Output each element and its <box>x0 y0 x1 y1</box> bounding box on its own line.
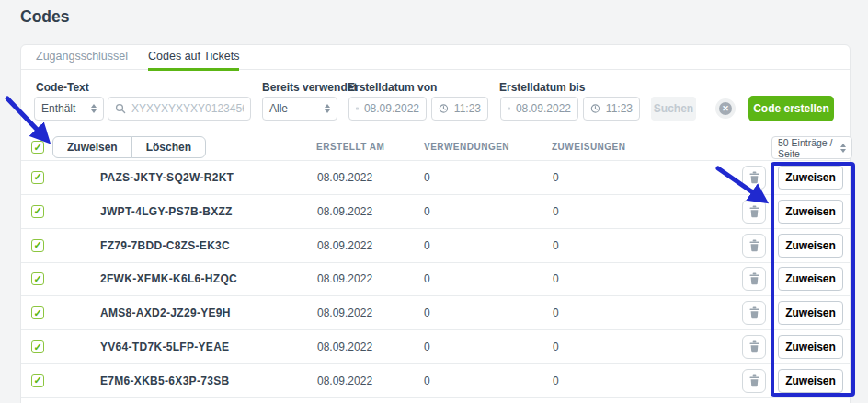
assign-row-button[interactable]: Zuweisen <box>778 234 843 258</box>
codes-admin-screen: Codes Zugangsschlüssel Codes auf Tickets… <box>0 0 868 403</box>
table-toolbar: ✓ Zuweisen Löschen ERSTELLT AM VERWENDUN… <box>21 132 850 161</box>
row-checkbox[interactable]: ✓ <box>31 340 44 353</box>
checkmark-icon: ✓ <box>33 143 41 153</box>
row-checkbox[interactable]: ✓ <box>31 239 44 252</box>
stepper-icon <box>91 104 97 113</box>
assignments-cell: 0 <box>553 272 559 285</box>
trash-icon <box>748 374 760 387</box>
codes-table-body: ✓ PAZS-JKTY-SQ2W-R2KT 08.09.2022 0 0 Zuw… <box>21 161 850 398</box>
checkmark-icon: ✓ <box>33 308 41 318</box>
usages-cell: 0 <box>424 272 430 285</box>
used-label: Bereits verwendet <box>262 81 357 94</box>
row-checkbox[interactable]: ✓ <box>31 205 44 218</box>
table-row: ✓ YV64-TD7K-5LFP-YEAE 08.09.2022 0 0 Zuw… <box>21 330 850 364</box>
stepper-icon <box>325 104 330 113</box>
bulk-assign-button[interactable]: Zuweisen <box>52 136 132 158</box>
delete-row-button[interactable] <box>742 200 766 224</box>
time-from-input[interactable]: 11:23 <box>431 97 488 121</box>
clear-icon: ✕ <box>719 102 732 115</box>
calendar-icon <box>356 103 359 114</box>
date-from-input[interactable]: 08.09.2022 <box>348 97 427 121</box>
match-mode-select[interactable]: Enthält <box>34 97 104 121</box>
trash-icon <box>748 239 760 252</box>
created-cell: 08.09.2022 <box>317 205 372 218</box>
date-from-value: 08.09.2022 <box>364 102 419 115</box>
row-checkbox[interactable]: ✓ <box>31 306 44 319</box>
table-row: ✓ FZ79-7BDD-C8ZS-EK3C 08.09.2022 0 0 Zuw… <box>21 229 850 263</box>
search-button[interactable]: Suchen <box>651 97 696 121</box>
tab-zugangsschluessel[interactable]: Zugangsschlüssel <box>36 50 128 69</box>
usages-cell: 0 <box>424 306 430 319</box>
delete-row-button[interactable] <box>742 301 766 325</box>
assignments-cell: 0 <box>553 306 559 319</box>
clock-icon <box>590 103 600 114</box>
delete-row-button[interactable] <box>742 335 766 359</box>
created-cell: 08.09.2022 <box>317 306 372 319</box>
stepper-icon <box>840 144 846 153</box>
usages-cell: 0 <box>424 340 430 353</box>
code-cell: PAZS-JKTY-SQ2W-R2KT <box>100 171 234 184</box>
code-cell: 2FWK-XFMK-K6L6-HZQC <box>100 272 237 285</box>
date-to-input[interactable]: 08.09.2022 <box>500 97 578 121</box>
assign-row-button[interactable]: Zuweisen <box>778 369 843 393</box>
codes-card: Zugangsschlüssel Codes auf Tickets Code-… <box>20 44 851 403</box>
bulk-actions: Zuweisen Löschen <box>52 136 206 158</box>
page-size-select[interactable]: 50 Einträge / Seite <box>771 136 852 159</box>
delete-row-button[interactable] <box>742 234 766 258</box>
created-cell: 08.09.2022 <box>317 239 372 252</box>
assign-row-button[interactable]: Zuweisen <box>778 200 843 224</box>
trash-icon <box>748 171 760 184</box>
usages-cell: 0 <box>424 239 430 252</box>
delete-row-button[interactable] <box>742 369 766 393</box>
search-icon <box>115 103 126 114</box>
column-header-usages: VERWENDUNGEN <box>424 142 509 152</box>
create-code-button[interactable]: Code erstellen <box>748 96 834 121</box>
clear-filters-button[interactable]: ✕ <box>715 98 736 119</box>
checkmark-icon: ✓ <box>33 274 41 284</box>
time-to-input[interactable]: 11:23 <box>583 97 640 121</box>
assign-row-button[interactable]: Zuweisen <box>778 166 843 190</box>
code-cell: AMS8-AXD2-JZ29-YE9H <box>100 306 231 319</box>
checkmark-icon: ✓ <box>33 172 41 182</box>
page-title: Codes <box>20 7 69 27</box>
table-row: ✓ 2FWK-XFMK-K6L6-HZQC 08.09.2022 0 0 Zuw… <box>21 263 850 297</box>
page-size-value: 50 Einträge / Seite <box>778 137 835 159</box>
code-cell: FZ79-7BDD-C8ZS-EK3C <box>100 239 230 252</box>
code-search-box <box>108 97 251 121</box>
row-checkbox[interactable]: ✓ <box>31 374 44 387</box>
created-cell: 08.09.2022 <box>317 340 372 353</box>
usages-cell: 0 <box>424 205 430 218</box>
code-cell: JWPT-4LGY-PS7B-BXZZ <box>100 205 233 218</box>
column-header-created: ERSTELLT AM <box>316 142 384 152</box>
delete-row-button[interactable] <box>742 166 766 190</box>
assign-row-button[interactable]: Zuweisen <box>778 335 843 359</box>
code-cell: E7M6-XKB5-6X3P-73SB <box>100 374 229 387</box>
assign-row-button[interactable]: Zuweisen <box>778 267 843 291</box>
created-cell: 08.09.2022 <box>317 171 372 184</box>
trash-icon <box>748 306 760 319</box>
select-all-checkbox[interactable]: ✓ <box>31 141 44 154</box>
row-checkbox[interactable]: ✓ <box>31 171 44 184</box>
table-row: ✓ PAZS-JKTY-SQ2W-R2KT 08.09.2022 0 0 Zuw… <box>21 161 850 195</box>
created-cell: 08.09.2022 <box>317 272 372 285</box>
bulk-delete-button[interactable]: Löschen <box>131 136 206 158</box>
time-to-value: 11:23 <box>606 102 633 115</box>
used-select[interactable]: Alle <box>262 97 337 121</box>
usages-cell: 0 <box>424 374 430 387</box>
match-mode-value: Enthält <box>41 102 75 115</box>
table-row: ✓ AMS8-AXD2-JZ29-YE9H 08.09.2022 0 0 Zuw… <box>21 296 850 330</box>
tab-codes-auf-tickets[interactable]: Codes auf Tickets <box>148 50 239 71</box>
code-search-input[interactable] <box>131 102 244 115</box>
date-from-label: Erstelldatum von <box>348 81 437 94</box>
row-checkbox[interactable]: ✓ <box>31 272 44 285</box>
checkmark-icon: ✓ <box>33 240 41 250</box>
table-row: ✓ JWPT-4LGY-PS7B-BXZZ 08.09.2022 0 0 Zuw… <box>21 195 850 229</box>
checkmark-icon: ✓ <box>33 375 41 386</box>
assign-row-button[interactable]: Zuweisen <box>778 301 843 325</box>
trash-icon <box>748 340 760 353</box>
calendar-icon <box>508 103 510 114</box>
assignments-cell: 0 <box>553 171 559 184</box>
delete-row-button[interactable] <box>742 267 766 291</box>
assignments-cell: 0 <box>553 239 559 252</box>
time-from-value: 11:23 <box>454 102 481 115</box>
